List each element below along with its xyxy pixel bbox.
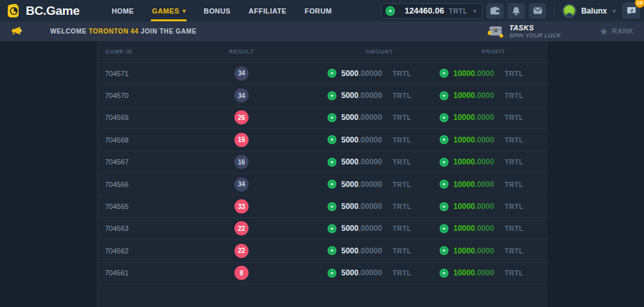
result-badge: 34 xyxy=(234,177,249,192)
table-row[interactable]: 704568 15 5000.00000 TRTL xyxy=(97,129,547,151)
game-id-cell: 704568 xyxy=(97,136,200,144)
result-badge: 15 xyxy=(234,133,249,147)
trtl-coin-icon xyxy=(327,224,337,233)
game-id-cell: 704561 xyxy=(97,269,200,277)
table-row[interactable]: 704571 34 5000.00000 TRTL xyxy=(97,63,547,84)
main-nav: HOME GAMES ▾ BONUS AFFILIATE FORUM xyxy=(102,0,341,21)
profit-dec: .0000 xyxy=(475,202,494,211)
profit-int: 10000 xyxy=(453,202,475,211)
chat-icon xyxy=(627,6,636,15)
result-cell: 8 xyxy=(200,266,283,280)
amount-dec: .00000 xyxy=(359,91,383,100)
result-badge: 22 xyxy=(234,221,249,235)
result-cell: 22 xyxy=(200,244,283,258)
messages-button[interactable] xyxy=(529,3,546,19)
table-row[interactable]: 704563 22 5000.00000 TRTL xyxy=(97,218,547,240)
amount-cell: 5000.00000 TRTL xyxy=(283,135,431,144)
amount-int: 5000 xyxy=(341,268,359,277)
chevron-down-icon: ▾ xyxy=(182,8,185,14)
tasks-widget[interactable]: TASKS SPIN YOUR LUCK xyxy=(486,24,561,39)
profit-currency: TRTL xyxy=(504,247,523,255)
profit-currency: TRTL xyxy=(504,70,523,77)
welcome-suffix: JOIN THE GAME xyxy=(138,28,196,35)
amount-int: 5000 xyxy=(341,113,359,122)
bell-icon xyxy=(512,6,520,15)
balance-value: 124460.06 xyxy=(404,6,444,15)
profit-cell: 10000.0000 TRTL xyxy=(431,157,547,167)
amount-int: 5000 xyxy=(341,135,359,144)
game-id-cell: 704569 xyxy=(97,114,200,121)
bcgame-logo[interactable]: BC.Game xyxy=(5,3,79,19)
chevron-down-icon: ▾ xyxy=(473,8,477,14)
user-menu[interactable]: Balunx ▾ xyxy=(562,4,616,18)
chat-button[interactable]: 10 xyxy=(622,3,640,19)
profit-currency: TRTL xyxy=(504,92,523,99)
result-badge: 33 xyxy=(234,199,249,213)
amount-dec: .00000 xyxy=(359,202,383,211)
welcome-prefix: WELCOME xyxy=(50,28,89,35)
result-cell: 34 xyxy=(200,66,283,81)
amount-dec: .00000 xyxy=(359,180,383,189)
profit-dec: .0000 xyxy=(475,91,494,100)
table-row[interactable]: 704570 34 5000.00000 TRTL xyxy=(97,84,547,106)
profit-cell: 10000.0000 TRTL xyxy=(431,268,547,278)
column-header-amount: AMOUNT xyxy=(283,48,431,55)
top-navigation-bar: BC.Game HOME GAMES ▾ BONUS AFFILIATE FOR… xyxy=(0,0,644,21)
table-body: 704571 34 5000.00000 TRTL xyxy=(97,63,547,284)
treasure-chest-icon xyxy=(486,24,504,38)
megaphone-icon xyxy=(10,26,22,36)
nav-item-forum[interactable]: FORUM xyxy=(296,0,341,21)
nav-item-affiliate[interactable]: AFFILIATE xyxy=(240,0,296,21)
game-id-cell: 704570 xyxy=(97,92,200,99)
amount-cell: 5000.00000 TRTL xyxy=(283,113,431,123)
amount-cell: 5000.00000 TRTL xyxy=(283,202,431,212)
rank-widget[interactable]: ★ RANK xyxy=(600,26,634,36)
game-id-cell: 704567 xyxy=(97,158,200,166)
result-badge: 26 xyxy=(234,110,249,124)
table-row[interactable]: 704565 33 5000.00000 TRTL xyxy=(97,195,547,217)
table-row[interactable]: 704569 26 5000.00000 TRTL xyxy=(97,107,547,129)
nav-item-games[interactable]: GAMES ▾ xyxy=(143,0,194,21)
trtl-coin-icon xyxy=(327,135,337,144)
trtl-coin-icon xyxy=(327,246,337,255)
profit-int: 10000 xyxy=(453,268,475,277)
result-cell: 34 xyxy=(200,177,283,192)
profit-dec: .0000 xyxy=(475,180,494,189)
trtl-coin-icon xyxy=(439,135,449,144)
table-row[interactable]: 704562 22 5000.00000 TRTL xyxy=(97,240,547,262)
profit-currency: TRTL xyxy=(504,136,523,144)
profit-currency: TRTL xyxy=(504,158,523,166)
amount-int: 5000 xyxy=(341,69,359,78)
nav-item-bonus[interactable]: BONUS xyxy=(194,0,240,21)
game-id-cell: 704562 xyxy=(97,247,200,255)
trtl-coin-icon xyxy=(439,91,449,101)
profit-cell: 10000.0000 TRTL xyxy=(431,246,547,255)
trtl-coin-icon xyxy=(439,179,449,189)
divider xyxy=(554,5,554,17)
profit-cell: 10000.0000 TRTL xyxy=(431,179,547,189)
wallet-icon xyxy=(490,6,500,15)
amount-currency: TRTL xyxy=(392,247,411,255)
balance-selector[interactable]: 124460.06 TRTL ▾ xyxy=(381,3,482,19)
nav-item-home[interactable]: HOME xyxy=(102,0,143,21)
amount-cell: 5000.00000 TRTL xyxy=(283,179,431,189)
result-badge: 34 xyxy=(234,66,249,81)
profit-dec: .0000 xyxy=(475,246,494,255)
wallet-button[interactable] xyxy=(486,3,504,19)
table-row[interactable]: 704561 8 5000.00000 TRTL xyxy=(97,262,547,284)
profit-currency: TRTL xyxy=(504,181,523,188)
trtl-coin-icon xyxy=(327,91,337,101)
table-row[interactable]: 704567 16 5000.00000 TRTL xyxy=(97,152,547,173)
topbar-right: 124460.06 TRTL ▾ xyxy=(381,3,640,19)
amount-int: 5000 xyxy=(341,246,359,255)
result-cell: 26 xyxy=(200,110,283,124)
table-row[interactable]: 704566 34 5000.00000 TRTL xyxy=(97,173,547,195)
trtl-coin-icon xyxy=(439,68,449,78)
profit-cell: 10000.0000 TRTL xyxy=(431,202,547,212)
amount-cell: 5000.00000 TRTL xyxy=(283,246,431,255)
trtl-coin-icon xyxy=(439,202,449,212)
trtl-coin-icon xyxy=(327,113,337,123)
notifications-button[interactable] xyxy=(507,3,525,19)
welcome-message: WELCOME TORONTON 44 JOIN THE GAME xyxy=(50,28,196,35)
profit-int: 10000 xyxy=(453,91,475,100)
